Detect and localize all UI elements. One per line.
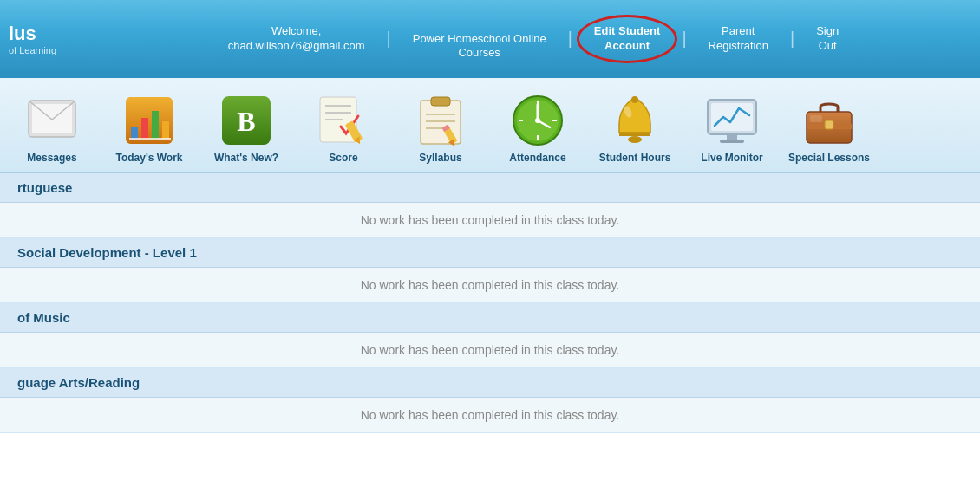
course-body-social-dev: No work has been completed in this class… [0,268,980,302]
special-lessons-icon-wrap [801,93,857,148]
syllabus-label: Syllabus [419,152,461,164]
svg-point-36 [628,136,642,143]
svg-rect-46 [810,115,822,122]
toolbar-item-messages[interactable]: Messages [4,81,100,168]
student-hours-icon-wrap [607,93,663,148]
todays-work-label: Today's Work [115,152,182,164]
todays-work-icon-wrap [121,93,177,148]
welcome-email: chad.willson76@gmail.com [228,39,365,54]
toolbar-item-student-hours[interactable]: Student Hours [587,81,683,168]
svg-point-31 [535,118,540,123]
svg-rect-9 [162,121,169,139]
nav-sign-out[interactable]: SignOut [799,24,856,54]
header-nav: Welcome, chad.willson76@gmail.com | Powe… [95,17,971,62]
course-section-language-arts: guage Arts/Reading No work has been comp… [0,368,980,433]
svg-rect-7 [141,118,148,139]
student-hours-label: Student Hours [599,152,671,164]
course-section-music: of Music No work has been completed in t… [0,303,980,368]
messages-icon-wrap [24,93,80,148]
special-lessons-icon [801,93,857,148]
course-body-portuguese: No work has been completed in this class… [0,203,980,237]
special-lessons-label: Special Lessons [788,152,870,164]
whats-new-label: What's New? [214,152,278,164]
svg-point-37 [631,96,638,103]
score-icon-wrap [316,93,371,148]
course-message-music: No work has been completed in this class… [361,343,620,357]
live-monitor-label: Live Monitor [701,152,762,164]
welcome-block: Welcome, chad.willson76@gmail.com [211,24,382,54]
header: lus of Learning Welcome, chad.willson76@… [0,0,980,78]
course-message-social-dev: No work has been completed in this class… [361,278,620,292]
svg-rect-42 [720,140,744,143]
course-name-portuguese: rtuguese [17,180,72,195]
nav-power-homeschool-label: Power Homeschool Online Courses [413,32,546,60]
svg-rect-8 [152,111,159,139]
course-name-music: of Music [17,310,70,325]
course-body-music: No work has been completed in this class… [0,333,980,367]
divider-4: | [786,29,799,49]
messages-icon [27,99,77,142]
nav-parent-registration-label: ParentRegistration [709,24,768,52]
toolbar-item-attendance[interactable]: Attendance [490,81,585,168]
nav-sign-out-label: SignOut [816,24,839,52]
syllabus-icon [414,94,467,147]
divider-2: | [564,29,577,49]
toolbar-item-score[interactable]: Score [296,81,391,168]
main-content: rtuguese No work has been completed in t… [0,173,980,500]
logo-name: lus [9,23,95,45]
svg-rect-6 [131,127,138,139]
toolbar-item-syllabus[interactable]: Syllabus [393,81,488,168]
course-name-language-arts: guage Arts/Reading [17,375,140,390]
svg-rect-40 [711,103,753,131]
course-message-language-arts: No work has been completed in this class… [361,408,620,422]
todays-work-icon [122,94,176,147]
syllabus-icon-wrap [413,93,468,148]
whats-new-icon-wrap: B [219,93,274,148]
course-header-social-dev: Social Development - Level 1 [0,238,980,268]
course-header-language-arts: guage Arts/Reading [0,368,980,398]
course-section-portuguese: rtuguese No work has been completed in t… [0,173,980,238]
course-message-portuguese: No work has been completed in this class… [361,213,620,227]
svg-rect-45 [825,120,833,129]
toolbar-item-todays-work[interactable]: Today's Work [101,81,197,168]
live-monitor-icon-wrap [704,93,760,148]
logo-sub: of Learning [9,45,95,55]
toolbar-item-special-lessons[interactable]: Special Lessons [781,81,877,168]
attendance-icon-wrap [510,93,565,148]
messages-label: Messages [27,152,76,164]
attendance-icon [510,93,565,148]
attendance-label: Attendance [509,152,565,164]
score-label: Score [329,152,357,164]
welcome-label: Welcome, [228,24,365,39]
nav-parent-registration[interactable]: ParentRegistration [691,24,786,54]
live-monitor-icon [704,93,760,148]
course-header-portuguese: rtuguese [0,173,980,203]
divider-3: | [677,29,690,49]
toolbar-item-whats-new[interactable]: B What's New? [199,81,294,168]
course-section-social-dev: Social Development - Level 1 No work has… [0,238,980,303]
whats-new-icon: B [219,93,274,148]
toolbar-item-live-monitor[interactable]: Live Monitor [684,81,780,168]
nav-edit-student-account-label: Edit StudentAccount [594,24,661,52]
student-hours-icon [607,93,663,148]
toolbar: Messages Today's Work [0,78,980,173]
nav-power-homeschool[interactable]: Power Homeschool Online Courses [395,17,564,62]
course-body-language-arts: No work has been completed in this class… [0,398,980,432]
course-header-music: of Music [0,303,980,333]
course-name-social-dev: Social Development - Level 1 [17,245,197,260]
svg-rect-20 [431,97,450,106]
score-icon [317,95,370,146]
divider-1: | [382,29,395,49]
svg-text:B: B [237,106,255,137]
logo: lus of Learning [9,23,95,55]
nav-edit-student-account[interactable]: Edit StudentAccount [577,24,678,54]
